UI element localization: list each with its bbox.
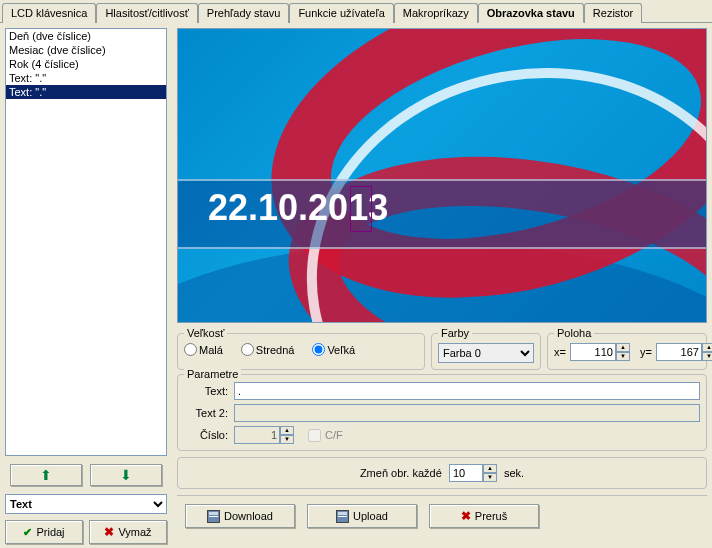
list-item[interactable]: Text: "." — [6, 71, 166, 85]
tab-lcd[interactable]: LCD klávesnica — [2, 3, 96, 23]
left-panel: Deň (dve číslice) Mesiac (dve číslice) R… — [0, 23, 172, 548]
change-interval-row: Zmeň obr. každé ▲ ▼ sek. — [177, 457, 707, 489]
x-icon: ✖ — [104, 525, 114, 539]
interval-input[interactable] — [449, 464, 483, 482]
upload-button[interactable]: Upload — [307, 504, 417, 528]
change-prefix: Zmeň obr. každé — [360, 467, 442, 479]
y-spin-down[interactable]: ▼ — [702, 352, 712, 361]
clear-button-label: Vymaž — [118, 526, 151, 538]
size-group: Veľkosť Malá Stredná Veľká — [177, 333, 425, 370]
x-icon: ✖ — [461, 509, 471, 523]
cf-label: C/F — [325, 429, 343, 441]
text-label: Text: — [184, 385, 234, 397]
calculator-icon — [336, 510, 349, 523]
size-small-radio[interactable]: Malá — [184, 343, 223, 356]
download-button[interactable]: Download — [185, 504, 295, 528]
tab-bar: LCD klávesnica Hlasitosť/citlivosť Prehľ… — [0, 0, 712, 23]
list-item[interactable]: Text: "." — [6, 85, 166, 99]
y-label: y= — [640, 346, 652, 358]
x-label: x= — [554, 346, 566, 358]
x-spin-up[interactable]: ▲ — [616, 343, 630, 352]
tab-volume[interactable]: Hlasitosť/citlivosť — [96, 3, 197, 23]
action-bar: Download Upload ✖ Preruš — [177, 495, 707, 536]
list-item[interactable]: Rok (4 číslice) — [6, 57, 166, 71]
y-input[interactable] — [656, 343, 702, 361]
download-label: Download — [224, 510, 273, 522]
right-panel: 22.10.2013 Veľkosť Malá Stredná — [172, 23, 712, 548]
x-spin-down[interactable]: ▼ — [616, 352, 630, 361]
upload-label: Upload — [353, 510, 388, 522]
number-spin-down: ▼ — [280, 435, 294, 444]
check-icon: ✔ — [23, 526, 32, 539]
text2-label: Text 2: — [184, 407, 234, 419]
tab-status-overview[interactable]: Prehľady stavu — [198, 3, 290, 23]
abort-label: Preruš — [475, 510, 507, 522]
y-spin-up[interactable]: ▲ — [702, 343, 712, 352]
params-group-title: Parametre — [184, 368, 241, 380]
text-input[interactable] — [234, 382, 700, 400]
calculator-icon — [207, 510, 220, 523]
colors-group-title: Farby — [438, 327, 472, 339]
cf-checkbox — [308, 429, 321, 442]
size-large-radio[interactable]: Veľká — [312, 343, 355, 356]
number-spin-up: ▲ — [280, 426, 294, 435]
colors-select[interactable]: Farba 0 — [438, 343, 534, 363]
change-suffix: sek. — [504, 467, 524, 479]
move-down-button[interactable]: ⬇ — [90, 464, 162, 486]
tab-macros[interactable]: Makropríkazy — [394, 3, 478, 23]
move-up-button[interactable]: ⬆ — [10, 464, 82, 486]
interval-spin-down[interactable]: ▼ — [483, 473, 497, 482]
type-combo[interactable]: Text — [5, 494, 167, 514]
list-item[interactable]: Deň (dve číslice) — [6, 29, 166, 43]
position-group-title: Poloha — [554, 327, 594, 339]
number-input — [234, 426, 280, 444]
preview-area: 22.10.2013 — [177, 28, 707, 323]
tab-status-screen[interactable]: Obrazovka stavu — [478, 3, 584, 23]
add-button-label: Pridaj — [36, 526, 64, 538]
x-input[interactable] — [570, 343, 616, 361]
list-item[interactable]: Mesiac (dve číslice) — [6, 43, 166, 57]
size-medium-radio[interactable]: Stredná — [241, 343, 295, 356]
position-group: Poloha x= ▲ ▼ y= ▲ — [547, 333, 707, 370]
size-small-label: Malá — [199, 344, 223, 356]
element-list[interactable]: Deň (dve číslice) Mesiac (dve číslice) R… — [5, 28, 167, 456]
interval-spin-up[interactable]: ▲ — [483, 464, 497, 473]
params-group: Parametre Text: Text 2: Číslo: ▲ ▼ — [177, 374, 707, 451]
size-group-title: Veľkosť — [184, 327, 227, 339]
number-label: Číslo: — [184, 429, 234, 441]
add-button[interactable]: ✔ Pridaj — [5, 520, 83, 544]
arrow-up-icon: ⬆ — [40, 467, 52, 483]
tab-user-functions[interactable]: Funkcie užívateľa — [289, 3, 393, 23]
preview-cursor — [350, 186, 372, 232]
arrow-down-icon: ⬇ — [120, 467, 132, 483]
cf-checkbox-wrap: C/F — [308, 429, 343, 442]
text2-input — [234, 404, 700, 422]
tab-resistor[interactable]: Rezistor — [584, 3, 642, 23]
size-medium-label: Stredná — [256, 344, 295, 356]
colors-group: Farby Farba 0 — [431, 333, 541, 370]
abort-button[interactable]: ✖ Preruš — [429, 504, 539, 528]
clear-button[interactable]: ✖ Vymaž — [89, 520, 167, 544]
size-large-label: Veľká — [327, 344, 355, 356]
